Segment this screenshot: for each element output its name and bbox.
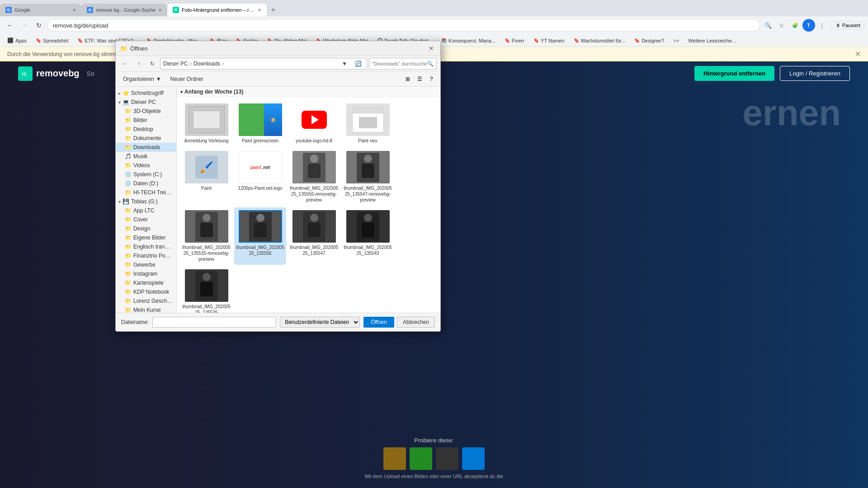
login-button[interactable]: Login / Registrieren [780,66,850,81]
bookmark-yt-namen[interactable]: 🔖 YT Namen [530,37,568,44]
try-img-1[interactable] [383,447,406,470]
menu-icon[interactable]: ⋮ [816,19,829,32]
try-img-2[interactable] [410,447,432,470]
file-paintnet[interactable]: paint .net 1200px-Paint.net-logo [234,148,286,206]
forward-button[interactable]: → [18,19,31,32]
file-youtube[interactable]: youtube-logo-hd-8 [288,101,340,146]
bookmark-konsequenz[interactable]: 📚 Konsequenz: Mana... [438,37,499,44]
section-header-anfang[interactable]: ▾ Anfang der Woche (13) [177,87,440,97]
bookmark-fiverr[interactable]: 🔖 Fiverr [501,37,528,44]
pause-button[interactable]: ⏸ Pausiert [831,21,864,29]
new-tab-button[interactable]: + [267,4,279,16]
sidebar-downloads[interactable]: 📁 Downloads [116,143,176,152]
dialog-back-button[interactable]: ← [119,58,131,70]
sidebar-system-c[interactable]: 💿 System (C:) [116,170,176,179]
section-title-anfang: Anfang der Woche (13) [184,89,243,95]
tab-2-close[interactable]: ✕ [158,8,162,13]
breadcrumb-downloads[interactable]: Downloads [193,61,220,67]
sidebar-tobias-g[interactable]: ▾ 💾 Tobias (G:) [116,197,176,206]
bookmark-weitere[interactable]: Weitere Lesezeiche... [684,37,740,44]
bookmark-yt-namen-label: YT Namen [541,38,564,43]
sidebar-cover[interactable]: 📁 Cover [116,215,176,224]
bookmark-wachstumstitel[interactable]: 🔖 Wachstumstitel für... [570,37,629,44]
file-paint-neu[interactable]: Paint neu [342,101,394,146]
file-thumb-11[interactable]: thumbnail_IMG_202005 25_135547 [288,207,340,265]
sidebar-daten-d[interactable]: 💿 Daten (D:) [116,179,176,188]
tab-3[interactable]: R Foto-Hintergrund entfernen – re... ✕ [167,4,267,16]
dialog-search-input[interactable] [372,61,427,66]
filetype-select[interactable]: Benutzerdefinierte Dateien [280,317,360,328]
sidebar-bilder[interactable]: 📁 Bilder [116,116,176,125]
sidebar-eigene-bilder[interactable]: 📁 Eigene Bilder [116,233,176,242]
bookmarks-more-button[interactable]: >> [670,37,683,44]
view-list-button[interactable]: ⊞ [402,74,413,84]
bookmark-apps[interactable]: ⬛ Apps [4,37,30,44]
remove-background-button[interactable]: Hintergrund entfernen [694,66,774,81]
tab-3-close[interactable]: ✕ [258,8,261,13]
file-thumb-selected[interactable]: thumbnail_IMG_202005 25_135556 [234,207,286,265]
thumb-removebg-2 [346,151,390,183]
view-help-button[interactable]: ? [426,74,437,84]
tab-1[interactable]: G Google ✕ [0,4,81,16]
sidebar-gewerbe[interactable]: 📁 Gewerbe [116,260,176,269]
file-thumb-removebg-3[interactable]: thumbnail_IMG_202005 25_135535-removebg-… [180,207,232,265]
tab-2[interactable]: G remove bg - Google-Suche ✕ [81,4,167,16]
file-thumb-13[interactable]: thumbnail_IMG_202005 25_135535 [180,267,232,313]
filename-input[interactable] [152,317,276,328]
reload-button[interactable]: ↻ [33,19,45,32]
sidebar-musik[interactable]: 🎵 Musik [116,152,176,161]
sidebar-instagram[interactable]: 📁 Instagram [116,269,176,278]
sidebar-3d-objekte[interactable]: 📁 3D-Objekte [116,107,176,116]
bilder-label: Bilder [133,117,173,123]
tab-1-close[interactable]: ✕ [72,8,76,13]
sidebar-design[interactable]: 📁 Design [116,224,176,233]
sidebar-finanztrio[interactable]: 📁 Finanztrio Podca... [116,251,176,260]
bookmark-designer[interactable]: 🔖 Designer? [631,37,668,44]
try-img-4[interactable] [462,447,485,470]
breadcrumb-dieser-pc[interactable]: Dieser PC [163,61,188,67]
view-details-button[interactable]: ☰ [414,74,425,84]
sidebar-app-ltc[interactable]: 📁 App LTC [116,206,176,215]
sidebar-kdp[interactable]: 📁 KDP Notebook [116,287,176,296]
bookmark-konsequenz-label: Konsequenz: Mana... [448,38,495,43]
sidebar-kartenspiele[interactable]: 📁 Kartenspiele [116,278,176,287]
thumb-paint-neu [346,103,390,136]
dialog-recent-button[interactable]: ↻ [146,58,158,70]
dialog-search-bar[interactable]: 🔍 [369,58,437,70]
star-icon[interactable]: ☆ [775,19,788,32]
file-thumb-removebg-1[interactable]: thumbnail_IMG_202005 25_135556-removebg-… [288,148,340,206]
back-button[interactable]: ← [4,19,16,32]
sidebar-mein-kurse[interactable]: 📁 Mein Kurse [116,305,176,313]
cookie-close[interactable]: ✕ [855,50,861,58]
new-folder-button[interactable]: Neuer Ordner [167,75,207,83]
dialog-close-button[interactable]: ✕ [427,44,436,53]
open-button[interactable]: Öffnen [363,317,394,328]
sidebar-dieser-pc[interactable]: ▾ 💻 Dieser PC [116,98,176,107]
file-thumb-removebg-3-name: thumbnail_IMG_202005 25_135535-removebg-… [182,244,231,262]
sidebar-lorenz[interactable]: 📁 Lorenz Geschenk... [116,296,176,305]
sidebar-videos[interactable]: 📁 Videos [116,161,176,170]
search-icon[interactable]: 🔍 [762,19,774,32]
dialog-up-button[interactable]: ↑ [133,58,145,70]
sidebar-schnellzugriff[interactable]: ▸ ⭐ Schnellzugriff [116,89,176,98]
breadcrumb-dropdown[interactable]: ▼ [339,58,350,70]
sidebar-desktop[interactable]: 📁 Desktop [116,125,176,134]
extensions-icon[interactable]: 🧩 [789,19,802,32]
file-paint[interactable]: 🖌️ Paint [180,148,232,206]
file-anmeldung[interactable]: Anmeldung Vorlesung [180,101,232,146]
try-label: Probiere diese: [414,437,453,444]
organize-button[interactable]: Organisieren ▼ [119,75,165,83]
cancel-button[interactable]: Abbrechen [397,317,435,328]
view-controls: ⊞ ☰ ? [402,74,437,84]
dialog-refresh-button[interactable]: 🔄 [352,58,364,70]
address-input[interactable]: remove.bg/de/upload [47,19,760,32]
file-thumb-12[interactable]: thumbnail_IMG_202005 25_135543 [342,207,394,265]
sidebar-englisch[interactable]: 📁 Englisch translat... [116,242,176,251]
file-paint-green[interactable]: 🖼️ Paint greenscreen [234,101,286,146]
file-thumb-removebg-2[interactable]: thumbnail_IMG_202005 25_135547-removebg-… [342,148,394,206]
try-img-3[interactable] [436,447,458,470]
profile-icon[interactable]: T [802,19,815,32]
bookmark-spreadshirt[interactable]: 🔖 Spreadshirt [32,37,72,44]
sidebar-hitech[interactable]: 📁 HI-TECH Treiber [116,188,176,197]
sidebar-dokumente[interactable]: 📁 Dokumente [116,134,176,143]
